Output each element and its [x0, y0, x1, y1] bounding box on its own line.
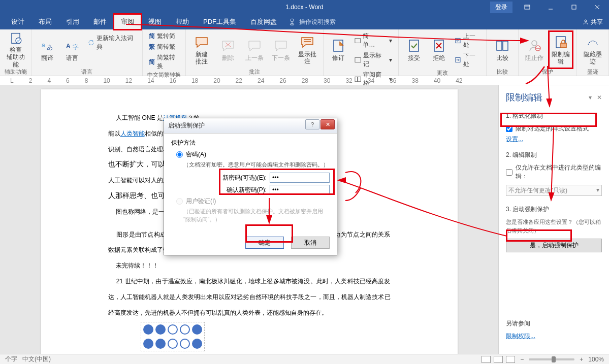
group-cnconvert: 简繁转简 繁简转繁 简简繁转换 中文简繁转换 — [143, 29, 186, 76]
group-label-changes: 更改 — [403, 69, 482, 76]
word-count[interactable]: 个字 — [5, 355, 17, 362]
accept-button[interactable]: 接受 — [403, 31, 425, 68]
group-changes: 接受 拒绝 上一处 下一处 更改 — [399, 29, 487, 76]
next-comment-button[interactable]: 下一条 — [269, 31, 293, 68]
group-tracking: 修订 简单…▾ 显示标记▾ 审阅窗格▾ 修订 — [324, 29, 399, 76]
prev-comment-label: 上一条 — [245, 54, 264, 61]
new-comment-button[interactable]: 新建 批注 — [190, 31, 213, 68]
svg-rect-3 — [572, 5, 576, 9]
dialog-ok-button[interactable]: 确定 — [245, 237, 284, 249]
hide-ink-button[interactable]: 隐藏墨 迹 — [581, 31, 604, 68]
group-protect: 阻止作 限制编辑 保护 — [519, 29, 577, 76]
track-changes-button[interactable]: 修订 — [328, 31, 349, 68]
tab-pdftools[interactable]: PDF工具集 — [196, 14, 243, 29]
show-markup-button[interactable]: 显示标记▾ — [352, 51, 394, 69]
ime-update-label: 更新输入法词典 — [97, 34, 136, 51]
pane-close-icon[interactable]: ✕ — [597, 94, 602, 101]
tell-me-label: 操作说明搜索 — [299, 18, 336, 26]
language-label: 语言 — [66, 54, 78, 61]
restrict-editing-label: 限制编辑 — [549, 51, 572, 65]
format-restrict-checkbox[interactable]: 限制对选定的样式设置格式 — [506, 124, 602, 133]
prev-change-button[interactable]: 上一处 — [453, 31, 482, 50]
close-icon[interactable] — [586, 0, 609, 14]
edit-restrict-checkbox[interactable]: 仅允许在文档中进行此类型的编辑： — [506, 163, 602, 181]
tell-me-search[interactable]: 操作说明搜索 — [289, 18, 336, 26]
tab-mail[interactable]: 邮件 — [86, 14, 114, 29]
zoom-in-button[interactable]: + — [580, 356, 583, 363]
tab-baidu[interactable]: 百度网盘 — [243, 14, 284, 29]
password-radio[interactable]: 密码(A) — [176, 150, 330, 159]
cn-convert-button[interactable]: 简简繁转换 — [147, 53, 181, 71]
web-layout-icon[interactable] — [506, 356, 515, 363]
start-enforce-button[interactable]: 是，启动强制保护 — [506, 239, 602, 252]
login-button[interactable]: 登录 — [490, 2, 512, 13]
tab-layout[interactable]: 布局 — [31, 14, 59, 29]
maximize-icon[interactable] — [562, 0, 586, 14]
share-button[interactable]: 共享 — [583, 18, 603, 26]
pane-section-1: 1. 格式化限制 — [506, 112, 602, 120]
paragraph: 21 世纪中期，由于温室效应，南北极冰川融化，地球上很多城市被淹没。此时，人类科… — [108, 273, 391, 320]
simp-to-trad-button[interactable]: 繁简转繁 — [147, 42, 181, 52]
edit-type-dropdown[interactable]: 不允许任何更改(只读)▾ — [506, 185, 602, 196]
svg-text:あ: あ — [47, 44, 53, 51]
block-authors-button[interactable]: 阻止作 — [523, 31, 546, 68]
ime-update-button[interactable]: 更新输入法词典 — [86, 34, 138, 52]
group-label-protect: 保护 — [523, 68, 572, 75]
delete-comment-button[interactable]: 删除 — [216, 31, 240, 68]
display-mode-dropdown[interactable]: 简单…▾ — [352, 31, 394, 50]
format-restrict-label: 限制对选定的样式设置格式 — [516, 124, 589, 133]
reject-button[interactable]: 拒绝 — [428, 31, 450, 68]
zoom-level[interactable]: 100% — [588, 356, 604, 363]
language-status[interactable]: 中文(中国) — [22, 355, 51, 362]
svg-rect-20 — [334, 40, 343, 51]
zoom-slider[interactable] — [529, 358, 574, 360]
group-label-ink: 墨迹 — [581, 68, 604, 75]
check-accessibility-button[interactable]: 检查 辅助功能 — [4, 31, 27, 68]
read-mode-icon[interactable] — [482, 356, 491, 363]
restrict-editing-button[interactable]: 限制编辑 — [549, 31, 572, 68]
translate-button[interactable]: aあ 翻译 — [36, 31, 58, 68]
edit-restrict-input[interactable] — [506, 169, 512, 176]
pane-options-icon[interactable]: ▾ — [589, 94, 592, 101]
tab-view[interactable]: 视图 — [141, 14, 169, 29]
hide-ink-label: 隐藏墨 迹 — [584, 51, 602, 65]
settings-link[interactable]: 设置... — [506, 135, 602, 144]
group-accessibility: 检查 辅助功能 辅助功能 — [0, 29, 32, 76]
password-radio-input[interactable] — [176, 151, 183, 158]
zoom-out-button[interactable]: − — [520, 356, 524, 363]
print-layout-icon[interactable] — [494, 356, 503, 363]
enforce-protection-dialog: 启动强制保护 ? ✕ 保护方法 密码(A) （文档没有加密。恶意用户可能会编辑文… — [164, 118, 337, 255]
svg-rect-0 — [525, 5, 530, 9]
compare-button[interactable]: 比较 — [491, 31, 514, 68]
s2t-label: 简转繁 — [157, 43, 175, 51]
group-compare: 比较 比较 — [487, 29, 519, 76]
show-comments-button[interactable]: 显示批注 — [296, 31, 319, 68]
confirm-password-input[interactable] — [270, 185, 330, 195]
tab-reference[interactable]: 引用 — [59, 14, 86, 29]
titlebar: 1.docx - Word 登录 — [0, 0, 609, 14]
new-password-input[interactable] — [270, 173, 330, 183]
ribbon-display-icon[interactable] — [516, 0, 539, 14]
tab-review[interactable]: 审阅 — [114, 14, 141, 29]
userauth-radio-input — [176, 198, 183, 205]
smartart-object[interactable] — [141, 322, 205, 351]
dialog-titlebar[interactable]: 启动强制保护 ? ✕ — [164, 118, 337, 134]
restrict-permission-link[interactable]: 限制权限... — [506, 332, 602, 341]
edit-restrict-label: 仅允许在文档中进行此类型的编辑： — [516, 163, 602, 181]
dialog-cancel-button[interactable]: 取消 — [291, 237, 330, 249]
tab-design[interactable]: 设计 — [4, 14, 31, 29]
hyperlink[interactable]: 人类智能 — [120, 130, 145, 137]
dialog-close-button[interactable]: ✕ — [320, 119, 335, 129]
check-accessibility-label: 检查 辅助功能 — [4, 46, 27, 68]
language-button[interactable]: A字 语言 — [61, 31, 83, 68]
trad-to-simp-button[interactable]: 简繁转简 — [147, 31, 181, 41]
svg-rect-37 — [561, 43, 566, 48]
svg-point-33 — [532, 41, 537, 46]
minimize-icon[interactable] — [539, 0, 562, 14]
dialog-help-button[interactable]: ? — [305, 119, 319, 129]
next-change-button[interactable]: 下一处 — [453, 51, 482, 69]
format-restrict-input[interactable] — [506, 125, 512, 132]
prev-comment-button[interactable]: 上一条 — [243, 31, 266, 68]
tab-help[interactable]: 帮助 — [169, 14, 196, 29]
protect-method-label: 保护方法 — [171, 139, 330, 147]
